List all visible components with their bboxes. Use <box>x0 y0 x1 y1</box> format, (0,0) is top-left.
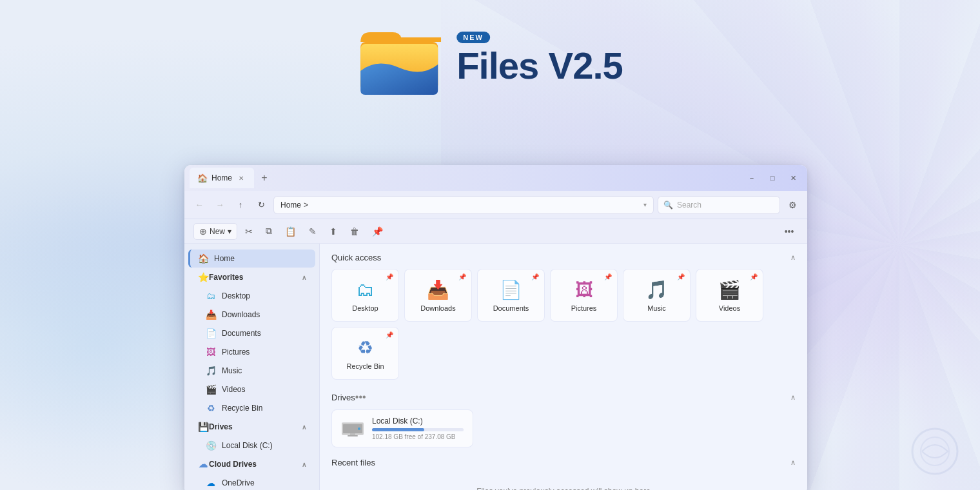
sidebar-documents-label: Documents <box>222 329 261 338</box>
copy-icon: ⧉ <box>266 226 272 237</box>
drive-space-c: 102.18 GB free of 237.08 GB <box>372 433 464 440</box>
qa-icon-recycle: ♻ <box>357 337 373 358</box>
pin-button[interactable]: 📌 <box>367 224 388 239</box>
new-button[interactable]: ⊕ New ▾ <box>193 223 237 240</box>
qa-item-documents[interactable]: 📌 📄 Documents <box>477 269 545 322</box>
qa-item-music[interactable]: 📌 🎵 Music <box>623 269 691 322</box>
path-label: Home <box>280 201 301 210</box>
quick-access-chevron[interactable]: ∧ <box>790 253 796 262</box>
sidebar-videos-label: Videos <box>222 385 245 394</box>
search-placeholder: Search <box>677 201 701 210</box>
drives-chevron[interactable]: ∧ <box>790 393 796 402</box>
tab-add-button[interactable]: + <box>257 170 272 186</box>
sidebar-item-videos[interactable]: 🎬 Videos <box>188 380 315 398</box>
music-folder-icon: 🎵 <box>205 366 217 376</box>
address-chevron: ▾ <box>643 201 647 208</box>
qa-pin-recycle: 📌 <box>386 331 393 338</box>
content-panel: Quick access ∧ 📌 🗂 Desktop 📌 📥 Downloads… <box>320 244 807 490</box>
forward-button[interactable]: → <box>211 197 228 213</box>
address-field[interactable]: Home > ▾ <box>273 196 654 214</box>
maximize-button[interactable]: □ <box>763 172 781 184</box>
qa-label-downloads: Downloads <box>420 304 455 312</box>
sidebar-item-music[interactable]: 🎵 Music <box>188 362 315 380</box>
svg-point-9 <box>921 437 949 466</box>
more-button[interactable]: ••• <box>780 223 798 240</box>
qa-icon-documents: 📄 <box>500 279 522 300</box>
recent-empty: Files you've previously accessed will sh… <box>331 474 796 490</box>
paste-button[interactable]: 📋 <box>280 224 301 239</box>
bottom-decoration <box>909 426 961 477</box>
search-field[interactable]: 🔍 Search <box>658 196 780 214</box>
up-icon: ↑ <box>239 200 243 210</box>
qa-item-desktop[interactable]: 📌 🗂 Desktop <box>331 269 399 322</box>
path-separator: > <box>304 201 308 210</box>
drive-bar-bg <box>372 428 464 431</box>
copy-button[interactable]: ⧉ <box>260 223 277 239</box>
sidebar-cloud-drives-label: Cloud Drives <box>209 460 257 469</box>
minimize-button[interactable]: − <box>743 172 761 184</box>
qa-item-pictures[interactable]: 📌 🖼 Pictures <box>550 269 618 322</box>
sidebar-item-downloads[interactable]: 📥 Downloads <box>188 306 315 324</box>
recent-title: Recent files <box>331 458 375 467</box>
sidebar-item-local-disk[interactable]: 💿 Local Disk (C:) <box>188 436 315 455</box>
sidebar-item-home[interactable]: 🏠 Home <box>188 250 315 268</box>
tab-home[interactable]: 🏠 Home ✕ <box>190 168 254 188</box>
back-button[interactable]: ← <box>191 197 208 213</box>
rename-icon: ✎ <box>309 226 317 237</box>
refresh-button[interactable]: ↻ <box>253 197 270 213</box>
qa-icon-music: 🎵 <box>645 279 668 300</box>
sidebar-local-disk-label: Local Disk (C:) <box>222 441 273 450</box>
drives-icon: 💾 <box>197 422 209 432</box>
drives-more-button[interactable]: ••• <box>355 391 366 403</box>
cloud-drives-chevron: ∧ <box>302 461 306 468</box>
back-icon: ← <box>195 200 204 210</box>
sidebar-section-cloud-drives[interactable]: ☁ Cloud Drives ∧ <box>188 455 315 473</box>
qa-pin-videos: 📌 <box>750 273 758 280</box>
qa-icon-videos: 🎬 <box>718 279 741 300</box>
delete-icon: 🗑 <box>350 226 359 237</box>
share-button[interactable]: ⬆ <box>324 224 342 239</box>
cut-button[interactable]: ✂ <box>240 224 258 239</box>
drive-name-c: Local Disk (C:) <box>372 416 464 426</box>
rename-button[interactable]: ✎ <box>304 224 322 239</box>
pin-icon: 📌 <box>372 226 383 237</box>
explorer-window: 🏠 Home ✕ + − □ ✕ ← → ↑ ↻ Home > ▾ 🔍 <box>184 165 807 490</box>
qa-pin-pictures: 📌 <box>604 273 612 280</box>
sidebar-item-recycle-bin[interactable]: ♻ Recycle Bin <box>188 399 315 417</box>
tab-close-button[interactable]: ✕ <box>236 173 246 183</box>
qa-item-recycle[interactable]: 📌 ♻ Recycle Bin <box>331 327 399 380</box>
home-icon: 🏠 <box>197 253 209 264</box>
more-icon: ••• <box>785 226 794 237</box>
qa-pin-music: 📌 <box>677 273 685 280</box>
recent-header: Recent files ∧ <box>331 458 796 467</box>
svg-rect-6 <box>348 435 358 436</box>
drive-bar-fill <box>372 428 424 431</box>
sidebar-favorites-label: Favorites <box>209 273 243 282</box>
qa-item-videos[interactable]: 📌 🎬 Videos <box>696 269 763 322</box>
toolbar: ⊕ New ▾ ✂ ⧉ 📋 ✎ ⬆ 🗑 📌 ••• <box>184 219 807 244</box>
up-button[interactable]: ↑ <box>232 197 249 213</box>
drive-item-c[interactable]: Local Disk (C:) 102.18 GB free of 237.08… <box>331 409 473 447</box>
qa-label-pictures: Pictures <box>571 304 597 312</box>
sidebar-section-favorites[interactable]: ⭐ Favorites ∧ <box>188 268 315 286</box>
sidebar-item-onedrive[interactable]: ☁ OneDrive <box>188 474 315 490</box>
tab-label: Home <box>211 173 232 182</box>
tab-home-icon: 🏠 <box>197 173 208 183</box>
quick-access-grid: 📌 🗂 Desktop 📌 📥 Downloads 📌 📄 Documents … <box>331 269 796 380</box>
sidebar-pictures-label: Pictures <box>222 348 250 357</box>
app-icon <box>357 19 441 97</box>
recent-chevron[interactable]: ∧ <box>790 458 796 467</box>
sidebar-recycle-label: Recycle Bin <box>222 404 262 413</box>
sidebar-item-pictures[interactable]: 🖼 Pictures <box>188 343 315 361</box>
sidebar-item-documents[interactable]: 📄 Documents <box>188 324 315 342</box>
settings-button[interactable]: ⚙ <box>784 197 801 213</box>
delete-button[interactable]: 🗑 <box>345 224 364 239</box>
close-button[interactable]: ✕ <box>784 172 802 184</box>
cut-icon: ✂ <box>245 226 253 237</box>
sidebar-item-desktop[interactable]: 🗂 Desktop <box>188 287 315 305</box>
favorites-chevron: ∧ <box>302 274 306 281</box>
drive-icon <box>341 420 364 438</box>
sidebar-section-drives[interactable]: 💾 Drives ∧ <box>188 418 315 436</box>
paste-icon: 📋 <box>285 226 296 237</box>
qa-item-downloads[interactable]: 📌 📥 Downloads <box>404 269 472 322</box>
